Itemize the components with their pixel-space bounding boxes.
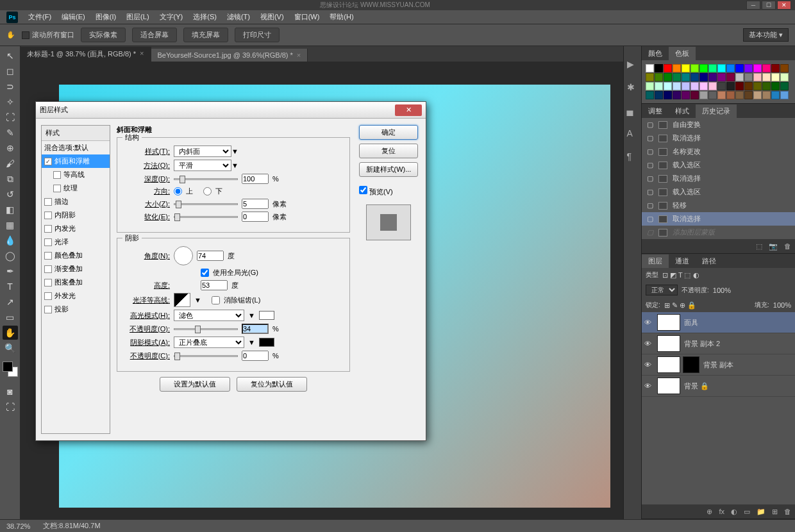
effect-check[interactable] [53,185,61,192]
swatch[interactable] [646,73,654,81]
zoom-tool[interactable]: 🔍 [3,341,18,355]
effect-row[interactable]: 颜色叠加 [42,249,110,262]
depth-slider[interactable] [174,178,238,180]
tab-swatches[interactable]: 色板 [669,47,696,60]
tab-history[interactable]: 历史记录 [696,104,737,118]
swatch[interactable] [655,73,663,81]
menu-type[interactable]: 文字(Y) [156,11,187,23]
blur-tool[interactable]: 💧 [3,233,18,247]
dir-up-radio[interactable] [174,187,182,195]
menu-image[interactable]: 图像(I) [92,11,120,23]
swatch[interactable] [726,82,735,90]
swatch[interactable] [717,64,726,72]
eraser-tool[interactable]: ◧ [3,203,18,217]
blend-mode-select[interactable]: 正常 [646,285,678,295]
marquee-tool[interactable]: ◻ [3,64,18,78]
new-style-button[interactable]: 新建样式(W)... [359,162,418,177]
swatch[interactable] [780,91,789,99]
history-brush-tool[interactable]: ↺ [3,187,18,201]
effect-check[interactable]: ✓ [44,158,52,165]
effect-row[interactable]: 投影 [42,303,110,316]
swatch[interactable] [664,82,672,90]
reset-default-button[interactable]: 复位为默认值 [237,377,307,392]
swatch[interactable] [646,82,654,90]
swatch[interactable] [771,73,780,81]
gradient-tool[interactable]: ▦ [3,218,18,232]
swatch[interactable] [673,73,681,81]
effect-check[interactable] [44,252,52,260]
swatch[interactable] [771,64,780,72]
swatch[interactable] [717,91,726,99]
move-tool[interactable]: ↖ [3,49,18,63]
swatch[interactable] [708,91,717,99]
swatch[interactable] [762,64,771,72]
swatch[interactable] [735,91,744,99]
lasso-tool[interactable]: ⊃ [3,79,18,94]
history-item[interactable]: ▢名称更改 [642,145,795,158]
method-select[interactable]: 平滑 [174,160,231,171]
eyedropper-tool[interactable]: ✎ [3,126,18,140]
swatch[interactable] [762,73,771,81]
sh-opacity-input[interactable] [242,351,269,361]
history-item[interactable]: ▢取消选择 [642,131,795,145]
swatch[interactable] [673,82,681,90]
swatch[interactable] [744,73,753,81]
win-max[interactable]: ☐ [762,1,776,10]
effect-check[interactable] [44,212,52,219]
swatch[interactable] [682,91,690,99]
dir-down-radio[interactable] [203,187,212,195]
type-tool[interactable]: T [3,279,18,294]
swatch[interactable] [735,73,744,81]
swatch[interactable] [655,82,663,90]
swatch[interactable] [726,64,735,72]
effect-check[interactable] [44,292,52,300]
swatch[interactable] [646,91,654,99]
menu-select[interactable]: 选择(S) [189,11,221,23]
win-close[interactable]: ✕ [777,1,791,10]
wand-tool[interactable]: ✧ [3,95,18,109]
swatch[interactable] [780,73,789,81]
swatch[interactable] [690,82,699,90]
print-size-button[interactable]: 打印尺寸 [235,28,280,42]
effect-check[interactable] [44,306,52,313]
altitude-input[interactable] [201,280,228,290]
swatch[interactable] [735,64,744,72]
history-item[interactable]: ▢添加图层蒙版 [642,226,795,239]
color-picker[interactable] [3,362,18,377]
soften-input[interactable] [242,212,269,222]
layer-row[interactable]: 👁背景 🔒 [642,376,795,397]
swatch[interactable] [708,73,717,81]
menu-layer[interactable]: 图层(L) [122,11,153,23]
swatch[interactable] [682,73,690,81]
trash-icon[interactable]: 🗑 [784,242,791,250]
effect-row[interactable]: 描边 [42,195,110,208]
swatch[interactable] [655,91,663,99]
fit-screen-button[interactable]: 适合屏幕 [132,28,177,42]
brush-tool[interactable]: 🖌 [3,156,18,170]
visibility-icon[interactable]: 👁 [644,340,653,347]
path-tool[interactable]: ↗ [3,295,18,309]
swatch[interactable] [708,64,717,72]
quickmask-tool[interactable]: ◙ [3,385,18,399]
hl-opacity-slider[interactable] [174,328,238,330]
swatch[interactable] [646,64,654,72]
histogram-icon[interactable]: ▄ [627,105,639,117]
menu-window[interactable]: 窗口(W) [290,11,324,23]
swatch[interactable] [726,91,735,99]
new-snapshot-icon[interactable]: ⬚ [756,242,762,251]
effect-row[interactable]: ✓斜面和浮雕 [42,154,110,168]
effect-check[interactable] [44,265,52,273]
effect-check[interactable] [44,279,52,287]
sh-opacity-slider[interactable] [174,355,238,357]
swatch[interactable] [655,64,663,72]
swatch[interactable] [753,64,762,72]
effect-row[interactable]: 内阴影 [42,208,110,222]
swatch[interactable] [664,73,672,81]
heal-tool[interactable]: ⊕ [3,141,18,155]
effect-row[interactable]: 纹理 [42,181,110,195]
crop-tool[interactable]: ⛶ [3,110,18,124]
swatch[interactable] [771,82,780,90]
visibility-icon[interactable]: 👁 [644,361,653,369]
swatch[interactable] [699,91,708,99]
size-slider[interactable] [174,203,238,205]
